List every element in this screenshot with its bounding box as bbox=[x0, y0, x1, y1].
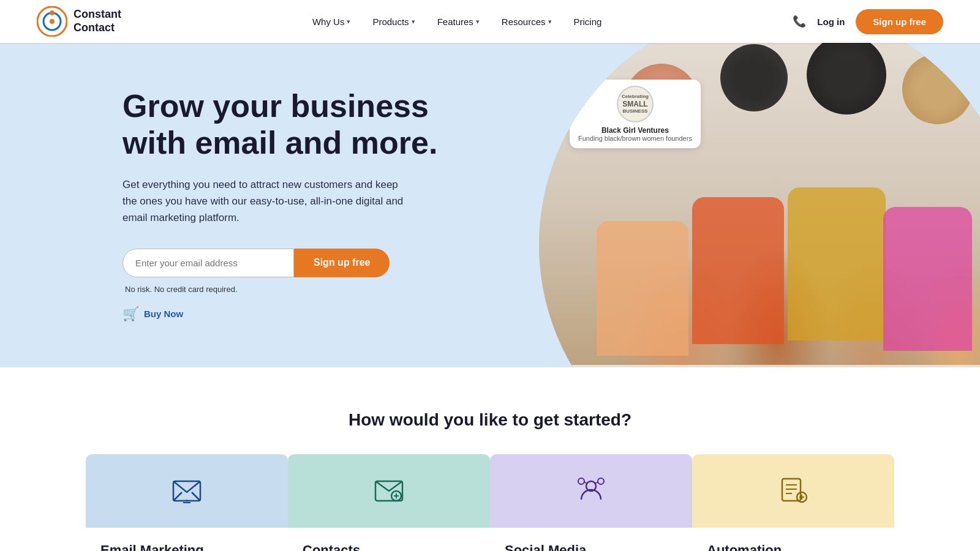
logo-text-line1: Constant bbox=[74, 8, 121, 20]
svg-point-3 bbox=[50, 10, 55, 15]
nav-resources[interactable]: Resources ▾ bbox=[493, 12, 560, 32]
email-marketing-body: Email Marketing Connect with people wher… bbox=[86, 528, 288, 551]
svg-line-5 bbox=[173, 492, 182, 501]
automation-body: Automation Learn more about your audienc… bbox=[692, 528, 894, 551]
phone-icon[interactable]: 📞 bbox=[793, 15, 806, 28]
social-media-icon-area bbox=[490, 454, 692, 528]
svg-line-6 bbox=[192, 492, 200, 501]
hero-signup-button[interactable]: Sign up free bbox=[294, 249, 390, 277]
svg-point-14 bbox=[598, 478, 604, 484]
chevron-down-icon: ▾ bbox=[476, 18, 480, 26]
nav-pricing[interactable]: Pricing bbox=[565, 12, 611, 32]
svg-point-15 bbox=[578, 478, 584, 484]
logo-icon bbox=[37, 6, 67, 37]
badge-tagline: Funding black/brown women founders bbox=[578, 135, 692, 142]
chevron-down-icon: ▾ bbox=[412, 18, 415, 26]
email-marketing-icon bbox=[170, 473, 204, 509]
login-button[interactable]: Log in bbox=[817, 17, 845, 27]
contacts-title: Contacts bbox=[303, 542, 475, 551]
hero-subtitle: Get everything you need to attract new c… bbox=[123, 176, 404, 227]
logo[interactable]: Constant Contact bbox=[37, 6, 121, 37]
signup-button[interactable]: Sign up free bbox=[856, 9, 943, 34]
badge-logo: Celebrating SMALL BUSINESS bbox=[617, 86, 654, 122]
contacts-card[interactable]: Contacts Grow your customer list fast wi… bbox=[288, 454, 490, 551]
hero-form: Sign up free bbox=[123, 249, 478, 277]
automation-card[interactable]: Automation Learn more about your audienc… bbox=[692, 454, 894, 551]
social-media-body: Social Media Get noticed on the feed and… bbox=[490, 528, 692, 551]
hero-title: Grow your business with email and more. bbox=[123, 88, 478, 162]
contacts-icon-area bbox=[288, 454, 490, 528]
chevron-down-icon: ▾ bbox=[347, 18, 350, 26]
automation-title: Automation bbox=[707, 542, 880, 551]
social-media-title: Social Media bbox=[505, 542, 677, 551]
nav-right: 📞 Log in Sign up free bbox=[793, 9, 943, 34]
hero-disclaimer: No risk. No credit card required. bbox=[125, 285, 478, 294]
navigation: Constant Contact Why Us ▾ Products ▾ Fea… bbox=[0, 0, 980, 43]
nav-why-us[interactable]: Why Us ▾ bbox=[304, 12, 360, 32]
email-input[interactable] bbox=[123, 249, 294, 277]
social-media-card[interactable]: Social Media Get noticed on the feed and… bbox=[490, 454, 692, 551]
buy-now-link[interactable]: 🛒 Buy Now bbox=[123, 306, 478, 322]
email-marketing-title: Email Marketing bbox=[100, 542, 273, 551]
nav-features[interactable]: Features ▾ bbox=[429, 12, 488, 32]
social-media-icon bbox=[574, 473, 608, 509]
svg-point-2 bbox=[50, 19, 55, 24]
chevron-down-icon: ▾ bbox=[548, 18, 552, 26]
contacts-icon bbox=[372, 473, 406, 509]
automation-icon-area bbox=[692, 454, 894, 528]
automation-icon bbox=[776, 473, 810, 509]
nav-products[interactable]: Products ▾ bbox=[364, 12, 423, 32]
contacts-body: Contacts Grow your customer list fast wi… bbox=[288, 528, 490, 551]
nav-links: Why Us ▾ Products ▾ Features ▾ Resources… bbox=[304, 12, 610, 32]
email-marketing-card[interactable]: Email Marketing Connect with people wher… bbox=[86, 454, 288, 551]
feature-cards: Email Marketing Connect with people wher… bbox=[74, 454, 907, 551]
hero-badge: Celebrating SMALL BUSINESS Black Girl Ve… bbox=[570, 80, 701, 148]
hero-image: Celebrating SMALL BUSINESS Black Girl Ve… bbox=[539, 43, 980, 367]
hero-content: Grow your business with email and more. … bbox=[123, 88, 478, 321]
logo-text-line2: Contact bbox=[74, 21, 115, 34]
get-started-section: How would you like to get started? bbox=[0, 367, 980, 551]
hero-section: Grow your business with email and more. … bbox=[0, 43, 980, 367]
badge-company-name: Black Girl Ventures bbox=[578, 126, 692, 135]
cart-icon: 🛒 bbox=[123, 306, 139, 322]
email-marketing-icon-area bbox=[86, 454, 288, 528]
get-started-title: How would you like to get started? bbox=[74, 410, 907, 430]
